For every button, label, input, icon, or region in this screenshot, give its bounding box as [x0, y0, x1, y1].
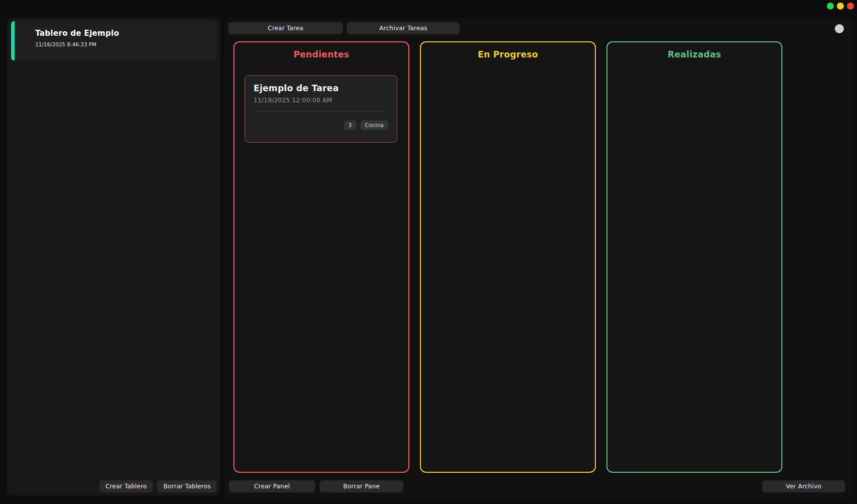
create-task-button[interactable]: Crear Tarea: [228, 22, 343, 34]
create-board-button[interactable]: Crear Tablero: [99, 480, 153, 492]
gray-circle-button[interactable]: [835, 24, 844, 33]
window-controls: [827, 3, 854, 10]
board-list-item[interactable]: Tablero de Ejemplo 11/16/2025 8:46:33 PM: [11, 21, 217, 60]
sidebar-footer: Crear Tablero Borrar Tableros: [99, 480, 217, 492]
task-tag-label: Cocina: [360, 120, 388, 130]
column-title: En Progreso: [431, 49, 585, 59]
board-title: Tablero de Ejemplo: [35, 29, 211, 38]
kanban-columns: Pendientes Ejemplo de Tarea 11/19/2025 1…: [233, 41, 782, 473]
boards-sidebar: Tablero de Ejemplo 11/16/2025 8:46:33 PM…: [7, 18, 220, 495]
board-toolbar: Crear Tarea Archivar Tareas: [228, 22, 460, 34]
delete-boards-button[interactable]: Borrar Tableros: [157, 480, 217, 492]
create-panel-button[interactable]: Crear Panel: [229, 480, 315, 492]
task-date: 11/19/2025 12:00:00 AM: [254, 97, 388, 104]
window-control-green-icon[interactable]: [827, 3, 834, 10]
task-title: Ejemplo de Tarea: [254, 83, 388, 93]
archive-tasks-button[interactable]: Archivar Tareas: [347, 22, 460, 34]
main-footer: Crear Panel Borrar Pane Ver Archivo: [229, 480, 845, 492]
delete-panel-button[interactable]: Borrar Pane: [320, 480, 403, 492]
column-pendientes: Pendientes Ejemplo de Tarea 11/19/2025 1…: [233, 41, 409, 473]
task-tags: 3 Cocina: [254, 120, 388, 130]
column-realizadas: Realizadas: [606, 41, 782, 473]
board-main-area: Crear Tarea Archivar Tareas Pendientes E…: [225, 18, 853, 499]
board-date: 11/16/2025 8:46:33 PM: [35, 42, 211, 47]
task-divider: [254, 111, 388, 112]
task-tag-count: 3: [344, 120, 356, 130]
column-title: Realizadas: [618, 49, 771, 59]
view-archive-button[interactable]: Ver Archivo: [762, 480, 845, 492]
window-control-yellow-icon[interactable]: [837, 3, 844, 10]
titlebar: [0, 0, 857, 18]
board-accent-bar: [11, 21, 15, 60]
column-title: Pendientes: [244, 49, 398, 59]
task-card[interactable]: Ejemplo de Tarea 11/19/2025 12:00:00 AM …: [244, 75, 397, 143]
window-control-red-icon[interactable]: [847, 3, 854, 10]
column-en-progreso: En Progreso: [420, 41, 596, 473]
